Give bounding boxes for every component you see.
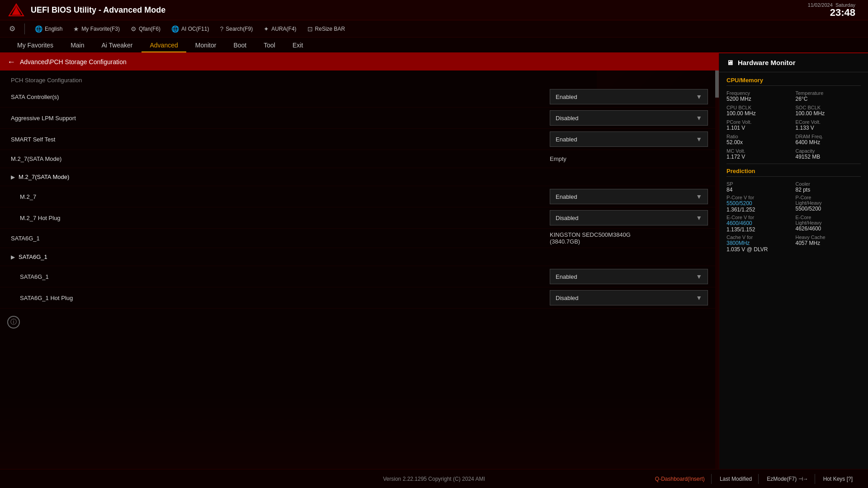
settings-content: PCH Storage Configuration SATA Controlle… [0, 70, 719, 312]
hw-ratio: Ratio 52.00x [726, 134, 792, 145]
nav-exit[interactable]: Exit [284, 39, 311, 52]
toolbar-english[interactable]: 🌐 English [30, 24, 67, 34]
setting-row-m2-7-sata-info: M.2_7(SATA Mode) Empty [0, 150, 719, 168]
header-bar: UEFI BIOS Utility - Advanced Mode 11/02/… [0, 0, 868, 20]
toolbar-resizebar[interactable]: ⊡ ReSize BAR [303, 24, 350, 34]
chevron-down-icon: ▼ [696, 193, 702, 200]
pred-ecore-v-for: E-Core V for 4600/4600 1.135/1.152 [726, 215, 792, 233]
setting-row-sata-controllers: SATA Controller(s) Enabled ▼ [0, 86, 719, 108]
toolbar-aioc[interactable]: 🌐 AI OC(F11) [167, 24, 213, 34]
hw-mc-volt: MC Volt. 1.172 V [726, 148, 792, 160]
dropdown-sata-controllers[interactable]: Enabled ▼ [550, 89, 708, 104]
dropdown-sata6g-1-hotplug[interactable]: Disabled ▼ [550, 290, 708, 305]
setting-label-aggressive-lpm: Aggressive LPM Support [11, 115, 550, 122]
setting-value-sata6g-1-info: KINGSTON SEDC500M3840G (3840.7GB) [550, 231, 708, 245]
nav-my-favorites[interactable]: My Favorites [9, 39, 61, 52]
dropdown-m2-7[interactable]: Enabled ▼ [550, 189, 708, 204]
pred-pcore-v-for: P-Core V for 5500/5200 1.361/1.252 [726, 195, 792, 213]
rog-logo [7, 2, 25, 18]
toolbar-aura[interactable]: ✦ AURA(F4) [259, 24, 301, 34]
setting-row-m2-7-sata-expand[interactable]: ▶ M.2_7(SATA Mode) [0, 168, 719, 186]
hw-monitor-title: Hardware Monitor [738, 59, 796, 66]
resize-icon: ⊡ [307, 25, 313, 33]
hw-ecore-volt: ECore Volt. 1.133 V [796, 119, 861, 131]
cpu-memory-section: CPU/Memory Frequency 5200 MHz Temperatur… [719, 72, 868, 257]
nav-boot[interactable]: Boot [225, 39, 255, 52]
footer-version: Version 2.22.1295 Copyright (C) 2024 AMI [383, 476, 485, 482]
ezmode-icon: ⊣→ [798, 476, 808, 482]
globe-icon: 🌐 [35, 25, 42, 33]
time-display: 23:48 [830, 8, 855, 18]
ai-icon: 🌐 [171, 25, 179, 33]
setting-label-smart-self-test: SMART Self Test [11, 136, 550, 143]
section-title: PCH Storage Configuration [0, 74, 719, 86]
setting-label-m2-7: M.2_7 [11, 193, 550, 200]
expand-arrow-icon: ▶ [11, 174, 15, 180]
ezmode-button[interactable]: EzMode(F7) ⊣→ [760, 474, 815, 484]
nav-main[interactable]: Main [62, 39, 92, 52]
main-layout: ← Advanced\PCH Storage Configuration PCH… [0, 53, 868, 469]
breadcrumb: ← Advanced\PCH Storage Configuration [0, 53, 719, 70]
nav-advanced[interactable]: Advanced [142, 39, 186, 52]
footer-right: Q-Dashboard(Insert) Last Modified EzMode… [485, 474, 859, 484]
setting-label-sata6g-1-hotplug: SATA6G_1 Hot Plug [11, 295, 550, 301]
scrollbar-thumb[interactable] [715, 70, 719, 98]
setting-row-sata6g-1-hotplug: SATA6G_1 Hot Plug Disabled ▼ [0, 287, 719, 309]
cpu-memory-title: CPU/Memory [726, 77, 861, 86]
toolbar-search[interactable]: ? Search(F9) [215, 24, 257, 34]
toolbar-separator [24, 23, 25, 34]
breadcrumb-path: Advanced\PCH Storage Configuration [20, 58, 127, 66]
toolbar: ⚙ 🌐 English ★ My Favorite(F3) ⚙ Qfan(F6)… [0, 20, 868, 38]
setting-row-m2-7: M.2_7 Enabled ▼ [0, 186, 719, 207]
toolbar-favorites[interactable]: ★ My Favorite(F3) [69, 24, 124, 34]
gear-icon[interactable]: ⚙ [7, 24, 17, 34]
nav-monitor[interactable]: Monitor [187, 39, 225, 52]
pred-cooler: Cooler 82 pts [796, 181, 861, 193]
chevron-down-icon: ▼ [696, 214, 702, 221]
setting-row-aggressive-lpm: Aggressive LPM Support Disabled ▼ [0, 108, 719, 129]
last-modified-button[interactable]: Last Modified [713, 474, 759, 484]
pred-cache-v-for: Cache V for 3800MHz 1.035 V @ DLVR [726, 235, 792, 253]
content-area: ← Advanced\PCH Storage Configuration PCH… [0, 53, 719, 469]
setting-label-sata6g-1: SATA6G_1 [11, 273, 550, 280]
dropdown-m2-7-hotplug[interactable]: Disabled ▼ [550, 210, 708, 225]
hw-capacity: Capacity 49152 MB [796, 148, 861, 160]
dropdown-aggressive-lpm[interactable]: Disabled ▼ [550, 110, 708, 126]
search-icon: ? [220, 25, 223, 33]
fan-icon: ⚙ [131, 25, 137, 33]
info-icon[interactable]: ⓘ [7, 316, 20, 328]
pred-heavy-cache: Heavy Cache 4057 MHz [796, 235, 861, 253]
chevron-down-icon: ▼ [696, 294, 702, 301]
hw-pcore-volt: PCore Volt. 1.101 V [726, 119, 792, 131]
nav-tool[interactable]: Tool [255, 39, 283, 52]
monitor-icon: 🖥 [726, 59, 733, 66]
pred-pcore-lh: P-CoreLight/Heavy 5500/5200 [796, 195, 861, 213]
hotkeys-icon: [?] [847, 476, 853, 482]
setting-label-m2-7-sata-info: M.2_7(SATA Mode) [11, 155, 550, 162]
setting-label-sata6g-1-info: SATA6G_1 [11, 235, 550, 242]
setting-row-sata6g-1-expand[interactable]: ▶ SATA6G_1 [0, 248, 719, 266]
setting-row-smart-self-test: SMART Self Test Enabled ▼ [0, 129, 719, 150]
setting-label-sata-controllers: SATA Controller(s) [11, 94, 550, 100]
datetime-display: 11/02/2024 Saturday 23:48 [808, 2, 855, 18]
chevron-down-icon: ▼ [696, 273, 702, 280]
back-button[interactable]: ← [7, 57, 15, 67]
qdashboard-button[interactable]: Q-Dashboard(Insert) [649, 474, 712, 484]
dropdown-smart-self-test[interactable]: Enabled ▼ [550, 131, 708, 147]
scrollbar[interactable] [715, 70, 719, 469]
setting-row-sata6g-1: SATA6G_1 Enabled ▼ [0, 266, 719, 287]
prediction-title: Prediction [726, 168, 861, 177]
nav-ai-tweaker[interactable]: Ai Tweaker [93, 39, 141, 52]
chevron-down-icon: ▼ [696, 114, 702, 122]
pred-ecore-lh: E-CoreLight/Heavy 4626/4600 [796, 215, 861, 233]
hw-divider [726, 164, 861, 164]
star-icon: ★ [73, 25, 79, 33]
hotkeys-button[interactable]: Hot Keys [?] [817, 474, 859, 484]
toolbar-qfan[interactable]: ⚙ Qfan(F6) [126, 24, 165, 34]
prediction-grid: SP 84 Cooler 82 pts P-Core V for 5500/52… [726, 181, 861, 253]
footer: Version 2.22.1295 Copyright (C) 2024 AMI… [0, 469, 868, 488]
hw-metrics-grid: Frequency 5200 MHz Temperature 26°C CPU … [726, 90, 861, 160]
dropdown-sata6g-1[interactable]: Enabled ▼ [550, 269, 708, 284]
hw-frequency: Frequency 5200 MHz [726, 90, 792, 102]
chevron-down-icon: ▼ [696, 136, 702, 143]
